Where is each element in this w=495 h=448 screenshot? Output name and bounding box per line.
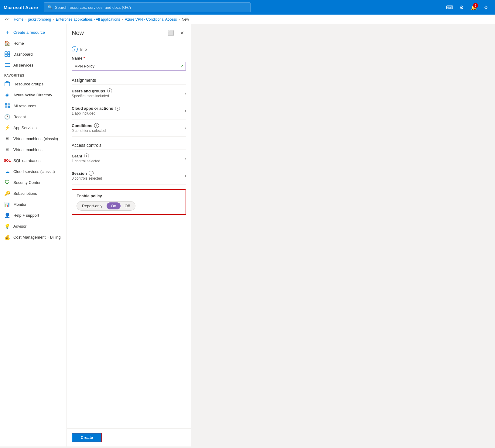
subscriptions-icon: 🔑 xyxy=(4,190,10,196)
sidebar-vm-label: Virtual machines xyxy=(13,147,43,152)
cloud-apps-chevron: › xyxy=(185,108,186,113)
sidebar-item-azure-active-directory[interactable]: ◈ Azure Active Directory xyxy=(0,89,67,100)
cloud-apps-content: Cloud apps or actions i 1 app included xyxy=(72,106,182,115)
sidebar-item-create-resource[interactable]: + Create a resource xyxy=(0,27,67,38)
sidebar-item-dashboard[interactable]: Dashboard xyxy=(0,49,67,60)
sql-icon: SQL xyxy=(4,157,10,164)
resource-groups-icon xyxy=(4,81,10,87)
settings-icon: ⚙ xyxy=(484,5,488,10)
info-icon: i xyxy=(72,46,78,52)
panel-footer: Create xyxy=(67,428,191,446)
sidebar-item-resource-groups[interactable]: Resource groups xyxy=(0,78,67,89)
sidebar-item-help-support[interactable]: 👤 Help + support xyxy=(0,210,67,221)
close-button[interactable]: ✕ xyxy=(178,29,186,37)
sidebar-subscriptions-label: Subscriptions xyxy=(13,191,37,196)
grant-subtitle: 1 control selected xyxy=(72,159,182,163)
sidebar-item-recent[interactable]: 🕐 Recent xyxy=(0,111,67,122)
conditions-subtitle: 0 conditions selected xyxy=(72,129,182,133)
sidebar-create-resource-label: Create a resource xyxy=(13,30,45,35)
grant-chevron: › xyxy=(185,156,186,161)
info-section: i Info xyxy=(72,44,186,56)
sidebar-item-vm[interactable]: 🖥 Virtual machines xyxy=(0,144,67,155)
all-services-icon xyxy=(4,62,10,68)
session-chevron: › xyxy=(185,173,186,178)
sidebar-advisor-label: Advisor xyxy=(13,224,26,229)
top-nav-icons: ⌨ ⚙ 🔔 3 ⚙ xyxy=(444,2,491,13)
sidebar-item-security-center[interactable]: 🛡 Security Center xyxy=(0,177,67,188)
notification-button[interactable]: 🔔 3 xyxy=(468,2,479,13)
sidebar-item-vm-classic[interactable]: 🖥 Virtual machines (classic) xyxy=(0,133,67,144)
sidebar-item-all-services[interactable]: All services xyxy=(0,60,67,71)
collapse-sidebar-button[interactable]: << xyxy=(5,17,9,22)
sidebar-item-monitor[interactable]: 📊 Monitor xyxy=(0,199,67,210)
sidebar-item-all-resources[interactable]: All resources xyxy=(0,100,67,111)
svg-rect-2 xyxy=(5,54,7,57)
sidebar-item-sql[interactable]: SQL SQL databases xyxy=(0,155,67,166)
sidebar-app-services-label: App Services xyxy=(13,126,37,130)
toggle-report-only[interactable]: Report-only xyxy=(78,202,107,209)
svg-rect-0 xyxy=(5,52,7,54)
sidebar: + Create a resource 🏠 Home Dashboard xyxy=(0,24,67,446)
all-resources-icon xyxy=(4,103,10,109)
recent-icon: 🕐 xyxy=(4,114,10,120)
new-policy-panel: New ⬜ ✕ i Info xyxy=(67,24,191,446)
app-services-icon: ⚡ xyxy=(4,125,10,131)
search-bar[interactable]: 🔍 xyxy=(44,2,251,12)
sidebar-item-subscriptions[interactable]: 🔑 Subscriptions xyxy=(0,188,67,199)
maximize-button[interactable]: ⬜ xyxy=(167,29,175,37)
breadcrumb-enterprise-apps[interactable]: Enterprise applications - All applicatio… xyxy=(56,17,120,22)
home-icon: 🏠 xyxy=(4,40,10,46)
name-input[interactable] xyxy=(72,62,186,71)
cloud-shell-button[interactable]: ⌨ xyxy=(444,2,455,13)
name-input-wrap: ✓ xyxy=(72,62,186,71)
session-title: Session i xyxy=(72,171,182,176)
sidebar-resource-groups-label: Resource groups xyxy=(13,82,43,86)
assignments-heading: Assignments xyxy=(72,75,186,85)
input-check-icon: ✓ xyxy=(180,64,184,69)
sidebar-item-home[interactable]: 🏠 Home xyxy=(0,38,67,49)
monitor-icon: 📊 xyxy=(4,201,10,207)
breadcrumb-sep-4: › xyxy=(179,18,180,21)
users-groups-row[interactable]: Users and groups i Specific users includ… xyxy=(72,85,186,102)
conditions-row[interactable]: Conditions i 0 conditions selected › xyxy=(72,119,186,137)
search-input[interactable] xyxy=(55,5,247,10)
conditions-info-icon[interactable]: i xyxy=(94,123,99,128)
sidebar-item-cloud-services[interactable]: ☁ Cloud services (classic) xyxy=(0,166,67,177)
cloud-shell-icon: ⌨ xyxy=(446,5,453,10)
session-info-icon[interactable]: i xyxy=(89,171,94,176)
toggle-on[interactable]: On xyxy=(107,202,120,209)
conditions-chevron: › xyxy=(185,126,186,130)
toggle-off[interactable]: Off xyxy=(121,202,134,209)
grant-row[interactable]: Grant i 1 control selected › xyxy=(72,150,186,167)
sidebar-vm-classic-label: Virtual machines (classic) xyxy=(13,136,58,141)
settings-button[interactable]: ⚙ xyxy=(480,2,491,13)
content-area: New ⬜ ✕ i Info xyxy=(67,24,495,446)
sidebar-help-label: Help + support xyxy=(13,213,39,218)
session-row[interactable]: Session i 0 controls selected › xyxy=(72,167,186,184)
breadcrumb-home[interactable]: Home xyxy=(14,17,23,22)
cloud-apps-row[interactable]: Cloud apps or actions i 1 app included › xyxy=(72,102,186,119)
create-button[interactable]: Create xyxy=(72,433,102,442)
directory-button[interactable]: ⚙ xyxy=(456,2,467,13)
breadcrumb: << Home › jackstromberg › Enterprise app… xyxy=(0,15,495,24)
conditions-title: Conditions i xyxy=(72,123,182,128)
users-groups-info-icon[interactable]: i xyxy=(107,88,112,93)
sidebar-item-advisor[interactable]: 💡 Advisor xyxy=(0,221,67,232)
breadcrumb-sep-3: › xyxy=(122,18,123,21)
svg-rect-1 xyxy=(8,52,10,54)
breadcrumb-jackstromberg[interactable]: jackstromberg xyxy=(28,17,51,22)
sidebar-item-app-services[interactable]: ⚡ App Services xyxy=(0,122,67,133)
cloud-apps-info-icon[interactable]: i xyxy=(115,106,120,111)
sidebar-home-label: Home xyxy=(13,41,24,46)
breadcrumb-sep-1: › xyxy=(25,18,26,21)
sidebar-recent-label: Recent xyxy=(13,115,26,119)
breadcrumb-azure-vpn[interactable]: Azure VPN - Conditional Access xyxy=(125,17,177,22)
sidebar-sql-label: SQL databases xyxy=(13,158,40,163)
svg-rect-3 xyxy=(8,54,10,57)
sidebar-item-cost-management[interactable]: 💰 Cost Management + Billing xyxy=(0,232,67,243)
grant-info-icon[interactable]: i xyxy=(84,153,89,158)
close-icon: ✕ xyxy=(180,30,184,36)
advisor-icon: 💡 xyxy=(4,223,10,229)
svg-rect-9 xyxy=(8,103,10,105)
svg-rect-8 xyxy=(5,103,7,105)
